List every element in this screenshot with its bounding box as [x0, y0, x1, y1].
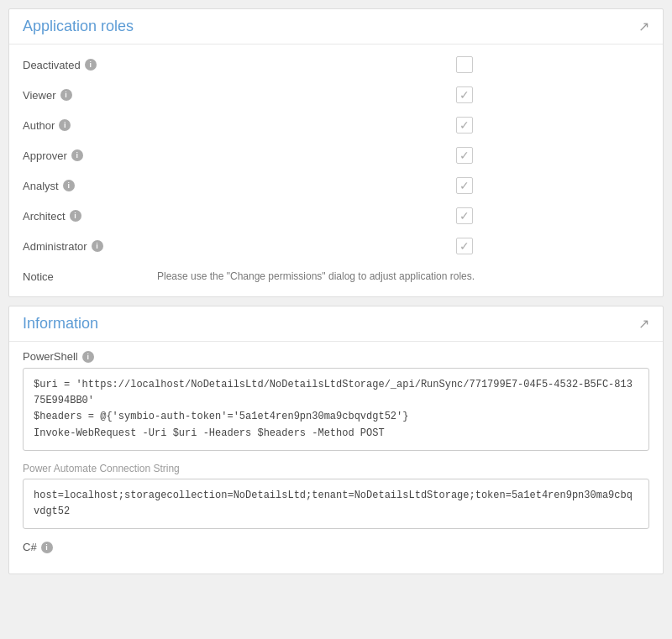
power-automate-group: Power Automate Connection String host=lo…	[23, 463, 649, 529]
info-collapse-icon[interactable]: ↗	[638, 316, 649, 332]
role-label-author: Authori	[23, 119, 157, 132]
role-info-icon-approver[interactable]: i	[71, 149, 83, 161]
role-checkbox-cell-viewer: ✓	[456, 86, 473, 103]
powershell-code[interactable]: $uri = 'https://localhost/NoDetailsLtd/N…	[23, 368, 649, 451]
info-body: PowerShell i $uri = 'https://localhost/N…	[9, 342, 663, 574]
role-label-analyst: Analysti	[23, 180, 157, 192]
role-info-icon-author[interactable]: i	[59, 119, 71, 131]
notice-text: Please use the "Change permissions" dial…	[157, 270, 649, 282]
role-label-viewer: Vieweri	[23, 89, 157, 102]
role-row-approver: Approveri✓	[9, 140, 663, 170]
power-automate-code[interactable]: host=localhost;storagecollection=NoDetai…	[23, 479, 649, 529]
checkmark-architect: ✓	[459, 210, 470, 222]
role-label-approver: Approveri	[23, 149, 157, 162]
csharp-group: C# i	[23, 541, 649, 553]
powershell-label-row: PowerShell i	[23, 350, 649, 363]
csharp-label: C#	[23, 541, 37, 553]
role-checkbox-architect[interactable]: ✓	[456, 207, 473, 224]
collapse-icon[interactable]: ↗	[638, 18, 649, 34]
csharp-label-row: C# i	[23, 541, 649, 553]
page-container: Application roles ↗ DeactivatediVieweri✓…	[0, 0, 672, 639]
role-info-icon-analyst[interactable]: i	[63, 180, 75, 191]
role-checkbox-cell-architect: ✓	[456, 207, 473, 224]
information-section: Information ↗ PowerShell i $uri = 'https…	[8, 306, 664, 574]
role-label-administrator: Administratori	[23, 240, 157, 253]
info-header: Information ↗	[9, 306, 663, 342]
role-checkbox-analyst[interactable]: ✓	[456, 177, 473, 194]
checkmark-viewer: ✓	[459, 89, 470, 101]
role-checkbox-viewer[interactable]: ✓	[456, 86, 473, 103]
role-checkbox-cell-analyst: ✓	[456, 177, 473, 194]
role-checkbox-cell-author: ✓	[456, 117, 473, 134]
checkmark-analyst: ✓	[459, 180, 470, 191]
role-row-architect: Architecti✓	[9, 201, 663, 231]
role-row-author: Authori✓	[9, 110, 663, 140]
role-checkbox-approver[interactable]: ✓	[456, 147, 473, 164]
role-checkbox-author[interactable]: ✓	[456, 117, 473, 134]
role-checkbox-deactivated[interactable]	[456, 56, 473, 73]
role-label-architect: Architecti	[23, 210, 157, 223]
application-roles-section: Application roles ↗ DeactivatediVieweri✓…	[8, 8, 664, 297]
powershell-label: PowerShell	[23, 350, 78, 363]
power-automate-label: Power Automate Connection String	[23, 463, 649, 474]
checkmark-approver: ✓	[459, 149, 470, 161]
role-info-icon-administrator[interactable]: i	[92, 240, 103, 252]
role-row-deactivated: Deactivatedi	[9, 50, 663, 80]
app-roles-title: Application roles	[23, 18, 134, 35]
role-checkbox-cell-deactivated	[456, 56, 473, 73]
role-row-viewer: Vieweri✓	[9, 80, 663, 110]
checkmark-administrator: ✓	[459, 240, 470, 252]
role-row-analyst: Analysti✓	[9, 170, 663, 201]
checkmark-author: ✓	[459, 119, 470, 131]
app-roles-body: DeactivatediVieweri✓Authori✓Approveri✓An…	[9, 45, 663, 296]
role-label-deactivated: Deactivatedi	[23, 59, 157, 71]
role-info-icon-viewer[interactable]: i	[60, 89, 72, 101]
csharp-info-icon[interactable]: i	[41, 542, 53, 553]
powershell-info-icon[interactable]: i	[82, 351, 94, 363]
powershell-group: PowerShell i $uri = 'https://localhost/N…	[23, 350, 649, 451]
role-checkbox-administrator[interactable]: ✓	[456, 238, 473, 254]
notice-row: NoticePlease use the "Change permissions…	[9, 261, 663, 291]
role-checkbox-cell-administrator: ✓	[456, 238, 473, 254]
info-title: Information	[23, 315, 98, 333]
notice-label: Notice	[23, 270, 157, 283]
app-roles-header: Application roles ↗	[9, 9, 663, 45]
role-checkbox-cell-approver: ✓	[456, 147, 473, 164]
role-info-icon-architect[interactable]: i	[70, 210, 81, 222]
role-row-administrator: Administratori✓	[9, 231, 663, 261]
role-info-icon-deactivated[interactable]: i	[85, 59, 97, 71]
